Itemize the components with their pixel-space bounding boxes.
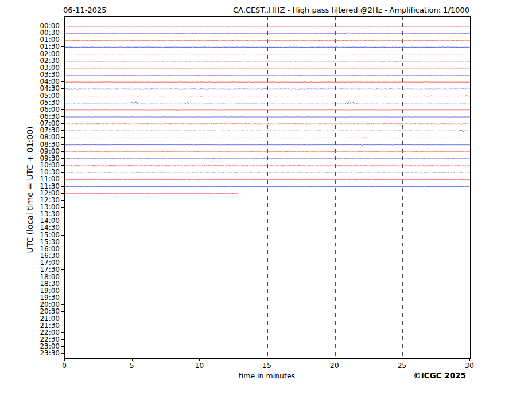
y-tick-mark [61, 214, 64, 214]
y-tick-mark [61, 298, 64, 298]
y-tick-mark [61, 88, 64, 89]
y-tick-mark [61, 284, 64, 284]
y-tick-label: 17:30 [25, 266, 60, 273]
y-tick-label: 20:30 [25, 308, 60, 315]
y-tick-label: 15:30 [25, 238, 60, 245]
y-tick-mark [61, 165, 64, 166]
y-tick-mark [61, 46, 64, 47]
y-tick-label: 02:00 [25, 50, 60, 57]
y-tick-mark [61, 228, 64, 228]
y-tick-label: 08:30 [25, 141, 60, 148]
y-tick-label: 05:30 [25, 99, 60, 106]
y-tick-label: 02:30 [25, 57, 60, 64]
y-tick-mark [61, 242, 64, 242]
plot-area [64, 16, 471, 359]
plot-date: 06-11-2025 [63, 6, 107, 14]
y-tick-mark [61, 221, 64, 221]
y-tick-mark [61, 277, 64, 277]
y-tick-mark [61, 61, 64, 61]
y-tick-mark [61, 40, 64, 40]
y-tick-mark [61, 116, 64, 117]
plot-title: CA.CEST..HHZ - High pass filtered @2Hz -… [233, 6, 469, 14]
y-tick-label: 18:00 [25, 273, 60, 280]
y-tick-label: 05:00 [25, 92, 60, 99]
x-tick-label: 30 [458, 362, 481, 370]
y-tick-label: 14:30 [25, 224, 60, 231]
y-tick-mark [61, 319, 64, 319]
y-tick-mark [61, 123, 64, 124]
helicorder-figure: 06-11-2025 CA.CEST..HHZ - High pass filt… [0, 0, 532, 399]
y-tick-label: 12:00 [25, 190, 60, 197]
y-tick-label: 11:30 [25, 183, 60, 190]
seismogram-canvas [65, 17, 470, 358]
y-tick-mark [61, 81, 64, 82]
y-tick-label: 21:00 [25, 315, 60, 322]
y-tick-label: 11:00 [25, 175, 60, 182]
y-tick-mark [61, 172, 64, 173]
x-tick-label: 0 [53, 362, 76, 370]
y-tick-label: 08:00 [25, 134, 60, 140]
y-tick-mark [61, 256, 64, 256]
y-tick-mark [61, 249, 64, 249]
y-tick-mark [61, 207, 64, 208]
y-tick-mark [61, 186, 64, 187]
x-tick-label: 20 [323, 362, 346, 370]
y-tick-mark [61, 304, 64, 305]
y-tick-label: 09:00 [25, 148, 60, 155]
y-tick-mark [61, 96, 64, 96]
y-tick-mark [61, 137, 64, 138]
y-tick-mark [61, 158, 64, 159]
y-tick-mark [61, 263, 64, 263]
copyright: ©ICGC 2025 [413, 371, 466, 380]
y-tick-mark [61, 33, 64, 33]
y-tick-mark [61, 332, 64, 333]
y-tick-mark [61, 346, 64, 347]
y-tick-mark [61, 68, 64, 68]
x-tick-label: 5 [121, 362, 143, 370]
y-tick-mark [61, 75, 64, 75]
y-tick-mark [61, 54, 64, 54]
y-tick-label: 15:00 [25, 232, 60, 238]
y-tick-mark [61, 326, 64, 326]
y-tick-mark [61, 179, 64, 179]
y-tick-mark [61, 235, 64, 236]
y-tick-mark [61, 353, 64, 354]
y-tick-mark [61, 311, 64, 312]
y-tick-mark [61, 130, 64, 131]
y-tick-mark [61, 339, 64, 340]
y-tick-mark [61, 144, 64, 145]
y-tick-label: 21:30 [25, 322, 60, 329]
y-tick-mark [61, 26, 64, 26]
y-tick-mark [61, 269, 64, 270]
y-tick-mark [61, 291, 64, 291]
y-tick-mark [61, 109, 64, 110]
y-tick-label: 04:30 [25, 85, 60, 92]
x-tick-label: 15 [255, 362, 278, 370]
y-tick-label: 18:30 [25, 280, 60, 287]
y-tick-mark [61, 103, 64, 103]
x-tick-label: 10 [188, 362, 211, 370]
x-axis-label: time in minutes [239, 371, 295, 380]
y-tick-mark [61, 193, 64, 194]
x-tick-label: 25 [390, 362, 413, 370]
y-tick-mark [61, 200, 64, 201]
y-tick-label: 22:00 [25, 329, 60, 336]
y-tick-label: 23:30 [25, 350, 60, 357]
y-tick-label: 01:30 [25, 43, 60, 50]
y-tick-mark [61, 151, 64, 152]
